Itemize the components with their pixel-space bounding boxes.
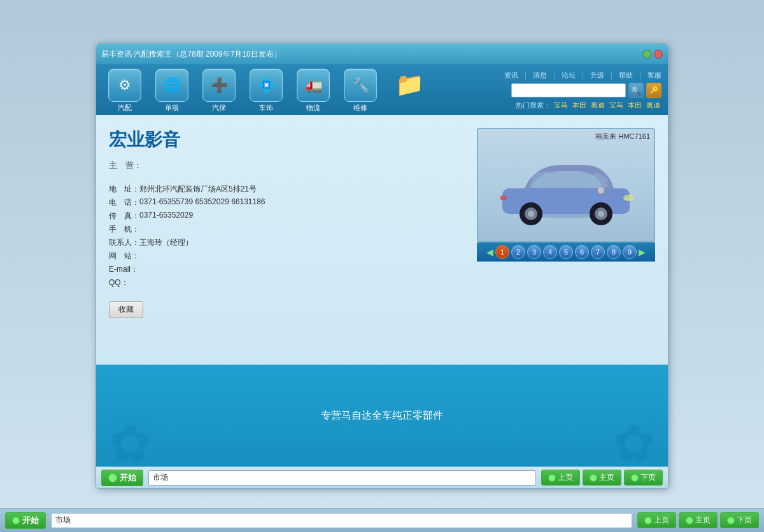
- nav-item-cheshu[interactable]: 💠 车饰: [244, 69, 288, 113]
- address-label: 地 址：: [109, 184, 139, 195]
- hot-link-aodi2[interactable]: 奥迪: [646, 101, 660, 109]
- taskbar-next-button[interactable]: 下页: [720, 512, 759, 528]
- home-page-button[interactable]: 主页: [583, 470, 621, 486]
- address-value: 郑州北环汽配装饰厂场A区5排21号: [139, 184, 257, 195]
- link-bangzhu[interactable]: 帮助: [619, 71, 633, 80]
- search-button[interactable]: 🔍: [628, 83, 644, 98]
- nav-icon-qibao: ➕: [202, 69, 236, 102]
- content-bottom: ✿ ✿ 专营马自达全车纯正零部件: [96, 365, 668, 466]
- search-row: 🔍 🔑: [511, 83, 661, 98]
- image-nav-btn-1[interactable]: 1: [495, 245, 509, 259]
- car-image-label: 福美来 HMC7161: [595, 132, 650, 141]
- taskbar-prev-label: 上页: [654, 515, 669, 526]
- nav-icon-cheshu: 💠: [250, 69, 283, 102]
- taskbar-address-value: 市场: [55, 515, 71, 526]
- hot-link-aodi1[interactable]: 奥迪: [591, 101, 605, 109]
- link-luntan[interactable]: 论坛: [562, 71, 576, 80]
- taskbar-prev-button[interactable]: 上页: [637, 512, 676, 528]
- right-panel: 福美来 HMC7161: [477, 128, 655, 352]
- desktop-taskbar: 开始 市场 上页 主页 下页: [0, 508, 764, 532]
- taskbar-home-dot: [686, 517, 693, 524]
- info-mobile: 手 机：: [109, 224, 464, 235]
- prev-page-button[interactable]: 上页: [541, 470, 580, 486]
- nav-icon-qipei: ⚙: [108, 69, 141, 102]
- top-links: 资讯 ｜ 消息 ｜ 论坛 ｜ 升级 ｜ 帮助 ｜ 客服: [504, 71, 661, 80]
- image-nav-btn-2[interactable]: 2: [511, 245, 525, 259]
- company-name: 宏业影音: [109, 128, 464, 152]
- car-svg: [490, 141, 642, 230]
- info-address: 地 址： 郑州北环汽配装饰厂场A区5排21号: [109, 184, 464, 195]
- info-email: E-mail：: [109, 264, 464, 275]
- settings-button[interactable]: 🔑: [646, 83, 661, 98]
- nav-item-weixiu[interactable]: 🔧 维修: [338, 69, 383, 113]
- next-page-button[interactable]: 下页: [624, 470, 663, 486]
- nav-icons: ⚙ 汽配 🌐 单项 ➕ 汽保 💠 车饰 🚛 物流: [103, 69, 504, 113]
- taskbar-start-button[interactable]: 开始: [5, 512, 46, 529]
- nav-label-qibao: 汽保: [212, 103, 226, 113]
- app-status-bar: 开始 市场 上页 主页 下页: [96, 466, 668, 488]
- image-nav: ◀ 1 2 3 4 5 6 7 8 9 ▶: [477, 242, 655, 262]
- nav-item-qipei[interactable]: ⚙ 汽配: [103, 69, 147, 113]
- svg-point-9: [500, 195, 507, 200]
- nav-icon-weixiu: 🔧: [344, 69, 377, 102]
- image-nav-btn-6[interactable]: 6: [575, 245, 589, 259]
- taskbar-start-label: 开始: [22, 515, 39, 526]
- next-label: 下页: [640, 472, 656, 483]
- taskbar-address: 市场: [51, 513, 632, 528]
- nav-item-wuliu[interactable]: 🚛 物流: [291, 69, 336, 113]
- minimize-button[interactable]: [642, 50, 651, 59]
- address-value: 市场: [153, 472, 168, 483]
- home-label: 主页: [599, 472, 614, 483]
- nav-label-cheshu: 车饰: [259, 103, 273, 113]
- hot-link-honda2[interactable]: 本田: [628, 101, 642, 109]
- image-nav-btn-9[interactable]: 9: [623, 245, 637, 259]
- image-nav-btn-3[interactable]: 3: [527, 245, 541, 259]
- hot-link-baoma2[interactable]: 宝马: [609, 101, 623, 109]
- nav-item-qibao[interactable]: ➕ 汽保: [197, 69, 241, 113]
- taskbar-prev-dot: [644, 517, 652, 524]
- nav-item-danxiang[interactable]: 🌐 单项: [150, 69, 194, 113]
- link-shengji[interactable]: 升级: [590, 71, 604, 80]
- image-nav-btn-7[interactable]: 7: [591, 245, 605, 259]
- app-window: 易丰资讯·汽配搜索王（总78期 2009年7月10日发布） ⚙ 汽配 🌐 单项: [96, 43, 668, 489]
- info-fax: 传 真： 0371-65352029: [109, 211, 464, 221]
- info-qq: QQ：: [109, 277, 464, 288]
- nav-label-weixiu: 维修: [353, 103, 367, 113]
- image-nav-prev-arrow[interactable]: ◀: [486, 247, 493, 257]
- nav-folder-icon[interactable]: 📁: [390, 69, 428, 101]
- phone-label: 电 话：: [109, 197, 139, 208]
- nav-btn-group: 上页 主页 下页: [541, 470, 663, 486]
- taskbar-home-button[interactable]: 主页: [679, 512, 718, 528]
- nav-icon-wuliu: 🚛: [297, 69, 330, 102]
- link-zixun[interactable]: 资讯: [504, 71, 518, 80]
- image-nav-btn-5[interactable]: 5: [559, 245, 573, 259]
- fax-label: 传 真：: [109, 211, 139, 221]
- app-address-bar: 市场: [148, 470, 536, 486]
- flower-deco-right: ✿: [612, 414, 655, 466]
- title-bar-title: 易丰资讯·汽配搜索王（总78期 2009年7月10日发布）: [101, 49, 642, 60]
- close-button[interactable]: [654, 50, 663, 59]
- image-nav-next-arrow[interactable]: ▶: [639, 247, 646, 257]
- content-top: 宏业影音 主 营： 地 址： 郑州北环汽配装饰厂场A区5排21号 电 话： 03…: [96, 115, 668, 365]
- nav-label-qipei: 汽配: [118, 103, 132, 113]
- bookmark-button[interactable]: 收藏: [109, 301, 143, 318]
- svg-point-4: [528, 211, 534, 217]
- start-label: 开始: [120, 472, 136, 484]
- hot-link-baoma1[interactable]: 宝马: [554, 101, 568, 109]
- bottom-text: 专营马自达全车纯正零部件: [321, 409, 443, 423]
- link-xiaoxi[interactable]: 消息: [533, 71, 547, 80]
- taskbar-nav-group: 上页 主页 下页: [637, 512, 759, 528]
- link-kefu[interactable]: 客服: [647, 71, 661, 80]
- website-label: 网 站：: [109, 251, 139, 262]
- taskbar-home-label: 主页: [695, 515, 711, 526]
- qq-label: QQ：: [109, 277, 138, 288]
- image-nav-btn-8[interactable]: 8: [607, 245, 621, 259]
- image-nav-btn-4[interactable]: 4: [543, 245, 557, 259]
- phone-value: 0371-65355739 65352029 66131186: [139, 197, 265, 206]
- info-block: 地 址： 郑州北环汽配装饰厂场A区5排21号 电 话： 0371-6535573…: [109, 184, 464, 288]
- svg-point-7: [598, 211, 604, 217]
- hot-link-honda1[interactable]: 本田: [572, 101, 586, 109]
- mobile-label: 手 机：: [109, 224, 139, 235]
- app-start-button[interactable]: 开始: [101, 470, 143, 486]
- search-input[interactable]: [511, 83, 626, 97]
